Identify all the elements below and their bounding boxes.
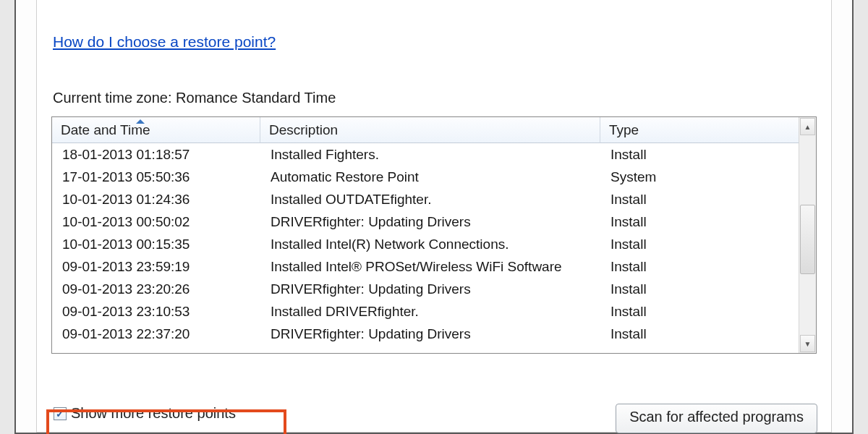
cell-description: Installed Fighters. xyxy=(260,147,600,163)
cell-date: 09-01-2013 23:20:26 xyxy=(52,281,260,297)
cell-description: Installed DRIVERfighter. xyxy=(260,304,600,320)
cell-date: 17-01-2013 05:50:36 xyxy=(52,169,260,185)
dialog-footer: ✓ Show more restore points Scan for affe… xyxy=(51,404,817,434)
table-row[interactable]: 09-01-2013 23:20:26DRIVERfighter: Updati… xyxy=(52,278,799,300)
cell-description: Automatic Restore Point xyxy=(260,169,600,185)
timezone-prefix: Current time zone: xyxy=(53,90,176,106)
scroll-up-button[interactable]: ▲ xyxy=(800,118,815,135)
cell-description: DRIVERfighter: Updating Drivers xyxy=(260,281,600,297)
table-row[interactable]: 17-01-2013 05:50:36Automatic Restore Poi… xyxy=(52,166,799,188)
cell-date: 09-01-2013 23:10:53 xyxy=(52,304,260,320)
cell-date: 10-01-2013 00:15:35 xyxy=(52,237,260,252)
cell-type: Install xyxy=(600,147,799,163)
table-row[interactable]: 18-01-2013 01:18:57Installed Fighters.In… xyxy=(52,143,799,166)
cell-type: System xyxy=(600,169,799,185)
cell-description: DRIVERfighter: Updating Drivers xyxy=(260,214,600,230)
dialog-window: How do I choose a restore point? Current… xyxy=(14,0,854,434)
table-row[interactable]: 10-01-2013 00:15:35Installed Intel(R) Ne… xyxy=(52,233,799,255)
cell-description: Installed Intel® PROSet/Wireless WiFi So… xyxy=(260,259,600,275)
table-header: Date and Time Description Type xyxy=(52,117,799,143)
cell-type: Install xyxy=(600,214,799,230)
table-viewport: Date and Time Description Type 18-01-201… xyxy=(52,117,799,353)
scroll-down-button[interactable]: ▼ xyxy=(800,335,815,352)
timezone-label: Current time zone: Romance Standard Time xyxy=(53,90,817,106)
table-row[interactable]: 09-01-2013 22:37:20DRIVERfighter: Updati… xyxy=(52,323,799,345)
vertical-scrollbar[interactable]: ▲ ▼ xyxy=(799,117,816,353)
timezone-name: Romance Standard Time xyxy=(176,90,336,106)
checkbox-icon: ✓ xyxy=(54,407,67,420)
cell-type: Install xyxy=(600,281,799,297)
cell-date: 18-01-2013 01:18:57 xyxy=(52,147,260,163)
cell-description: DRIVERfighter: Updating Drivers xyxy=(260,326,600,342)
column-header-type[interactable]: Type xyxy=(600,117,799,143)
table-row[interactable]: 09-01-2013 23:59:19Installed Intel® PROS… xyxy=(52,255,799,278)
show-more-checkbox[interactable]: ✓ Show more restore points xyxy=(51,404,240,426)
cell-description: Installed Intel(R) Network Connections. xyxy=(260,237,600,252)
cell-date: 10-01-2013 00:50:02 xyxy=(52,214,260,230)
restore-points-table: Date and Time Description Type 18-01-201… xyxy=(51,116,817,354)
dialog-content: How do I choose a restore point? Current… xyxy=(36,0,832,433)
cell-date: 09-01-2013 23:59:19 xyxy=(52,259,260,275)
table-body: 18-01-2013 01:18:57Installed Fighters.In… xyxy=(52,143,799,345)
show-more-label: Show more restore points xyxy=(71,405,236,422)
scan-affected-programs-button[interactable]: Scan for affected programs xyxy=(616,404,817,433)
table-row[interactable]: 10-01-2013 00:50:02DRIVERfighter: Updati… xyxy=(52,210,799,233)
cell-type: Install xyxy=(600,237,799,252)
cell-type: Install xyxy=(600,304,799,320)
column-header-description[interactable]: Description xyxy=(260,117,600,143)
cell-date: 09-01-2013 22:37:20 xyxy=(52,326,260,342)
help-link[interactable]: How do I choose a restore point? xyxy=(53,33,276,51)
scroll-track[interactable] xyxy=(799,136,816,334)
cell-type: Install xyxy=(600,326,799,342)
scroll-thumb[interactable] xyxy=(800,205,815,274)
cell-type: Install xyxy=(600,192,799,208)
table-row[interactable]: 10-01-2013 01:24:36Installed OUTDATEfigh… xyxy=(52,188,799,210)
cell-date: 10-01-2013 01:24:36 xyxy=(52,192,260,208)
cell-description: Installed OUTDATEfighter. xyxy=(260,192,600,208)
cell-type: Install xyxy=(600,259,799,275)
table-row[interactable]: 09-01-2013 23:10:53Installed DRIVERfight… xyxy=(52,300,799,323)
column-header-date[interactable]: Date and Time xyxy=(52,117,260,143)
